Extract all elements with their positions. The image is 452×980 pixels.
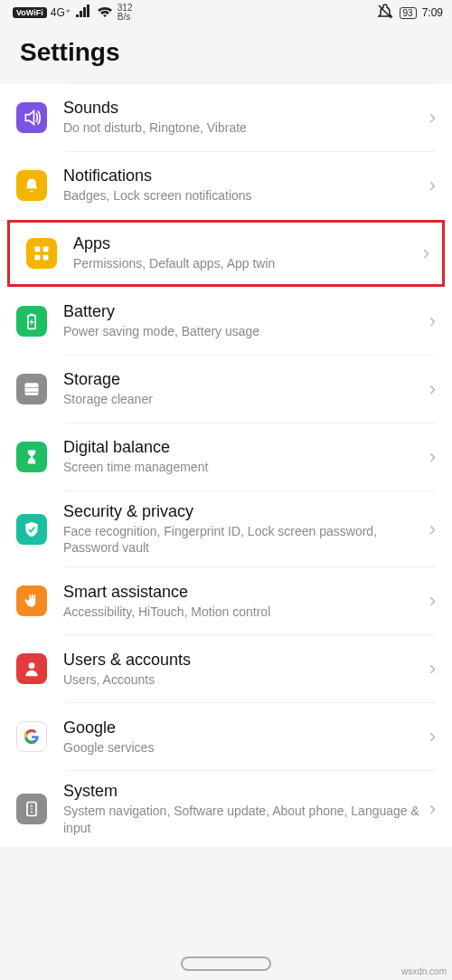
item-content: Users & accountsUsers, Accounts xyxy=(47,651,429,688)
item-content: NotificationsBadges, Lock screen notific… xyxy=(47,167,429,204)
item-subtitle: Badges, Lock screen notifications xyxy=(63,187,424,204)
item-content: BatteryPower saving mode, Battery usage xyxy=(47,302,429,339)
item-title: System xyxy=(63,782,424,801)
watermark: wsxdn.com xyxy=(401,966,447,976)
settings-item-system[interactable]: SystemSystem navigation, Software update… xyxy=(0,771,452,846)
battery-indicator: 93 xyxy=(400,7,417,19)
item-title: Notifications xyxy=(63,167,424,186)
settings-item-sounds[interactable]: SoundsDo not disturb, Ringtone, Vibrate› xyxy=(0,84,452,151)
chevron-right-icon: › xyxy=(429,518,436,541)
svg-rect-1 xyxy=(43,247,49,252)
settings-item-smart-assistance[interactable]: Smart assistanceAccessibility, HiTouch, … xyxy=(0,567,452,634)
chevron-right-icon: › xyxy=(429,445,436,469)
item-content: SoundsDo not disturb, Ringtone, Vibrate xyxy=(47,99,429,136)
item-subtitle: Accessibility, HiTouch, Motion control xyxy=(63,604,424,620)
svg-rect-0 xyxy=(35,247,41,252)
svg-point-11 xyxy=(31,808,33,810)
chevron-right-icon: › xyxy=(429,589,436,613)
item-content: Security & privacyFace recognition, Fing… xyxy=(47,502,429,556)
status-right: 93 7:09 xyxy=(376,3,443,24)
chevron-right-icon: › xyxy=(429,377,436,401)
svg-rect-3 xyxy=(43,255,49,261)
storage-icon xyxy=(16,374,47,404)
system-icon xyxy=(16,794,47,824)
item-title: Apps xyxy=(73,234,418,253)
bell-icon xyxy=(16,170,47,201)
item-title: Battery xyxy=(63,302,424,321)
settings-item-digital-balance[interactable]: Digital balanceScreen time management› xyxy=(0,423,452,490)
chevron-right-icon: › xyxy=(429,657,436,680)
svg-point-9 xyxy=(29,663,35,670)
item-title: Sounds xyxy=(63,99,424,118)
svg-rect-2 xyxy=(35,255,41,261)
item-content: GoogleGoogle services xyxy=(47,718,429,756)
sound-icon xyxy=(16,102,47,133)
item-content: Digital balanceScreen time management xyxy=(47,438,429,475)
item-title: Smart assistance xyxy=(63,583,424,602)
vowifi-badge: VoWiFi xyxy=(13,7,47,18)
item-title: Users & accounts xyxy=(63,651,424,670)
battery-icon xyxy=(16,306,47,337)
item-subtitle: System navigation, Software update, Abou… xyxy=(63,803,424,835)
item-content: AppsPermissions, Default apps, App twin xyxy=(57,234,423,271)
settings-item-google[interactable]: GoogleGoogle services› xyxy=(0,703,452,770)
google-icon xyxy=(16,721,47,752)
item-subtitle: Permissions, Default apps, App twin xyxy=(73,255,418,271)
item-subtitle: Do not disturb, Ringtone, Vibrate xyxy=(63,119,424,136)
settings-item-security-privacy[interactable]: Security & privacyFace recognition, Fing… xyxy=(0,491,452,566)
signal-icon xyxy=(74,3,92,24)
settings-item-users-accounts[interactable]: Users & accountsUsers, Accounts› xyxy=(0,635,452,702)
svg-rect-5 xyxy=(30,314,33,316)
settings-item-notifications[interactable]: NotificationsBadges, Lock screen notific… xyxy=(0,152,452,219)
settings-item-apps[interactable]: AppsPermissions, Default apps, App twin› xyxy=(7,220,445,287)
item-subtitle: Face recognition, Fingerprint ID, Lock s… xyxy=(63,523,424,556)
settings-item-storage[interactable]: StorageStorage cleaner› xyxy=(0,356,452,423)
item-subtitle: Users, Accounts xyxy=(63,671,424,688)
item-title: Google xyxy=(63,718,424,737)
shield-icon xyxy=(16,514,47,545)
item-subtitle: Google services xyxy=(63,739,424,756)
grid-icon xyxy=(26,238,57,269)
chevron-right-icon: › xyxy=(429,174,436,197)
mute-icon xyxy=(376,3,394,24)
settings-list: SoundsDo not disturb, Ringtone, Vibrate›… xyxy=(0,83,452,847)
user-icon xyxy=(16,653,47,684)
page-title: Settings xyxy=(0,25,452,83)
item-subtitle: Screen time management xyxy=(63,459,424,475)
item-content: Smart assistanceAccessibility, HiTouch, … xyxy=(47,583,429,620)
network-rate: 312 B/s xyxy=(118,4,133,22)
hourglass-icon xyxy=(16,442,47,472)
status-bar: VoWiFi 4G⁺ 312 B/s 93 7:09 xyxy=(0,0,452,25)
network-label: 4G⁺ xyxy=(51,6,71,19)
nav-home-pill[interactable] xyxy=(181,956,271,971)
item-subtitle: Power saving mode, Battery usage xyxy=(63,323,424,339)
chevron-right-icon: › xyxy=(429,797,436,821)
clock: 7:09 xyxy=(422,6,443,19)
item-subtitle: Storage cleaner xyxy=(63,391,424,407)
settings-item-battery[interactable]: BatteryPower saving mode, Battery usage› xyxy=(0,288,452,355)
item-content: SystemSystem navigation, Software update… xyxy=(47,782,429,835)
svg-rect-6 xyxy=(25,383,39,395)
item-title: Digital balance xyxy=(63,438,424,457)
item-title: Storage xyxy=(63,370,424,389)
chevron-right-icon: › xyxy=(429,106,436,129)
hand-icon xyxy=(16,585,47,616)
chevron-right-icon: › xyxy=(423,242,429,265)
item-title: Security & privacy xyxy=(63,502,424,521)
chevron-right-icon: › xyxy=(429,725,436,748)
status-left: VoWiFi 4G⁺ 312 B/s xyxy=(13,3,132,24)
wifi-icon xyxy=(96,3,114,24)
chevron-right-icon: › xyxy=(429,309,436,333)
item-content: StorageStorage cleaner xyxy=(47,370,429,407)
